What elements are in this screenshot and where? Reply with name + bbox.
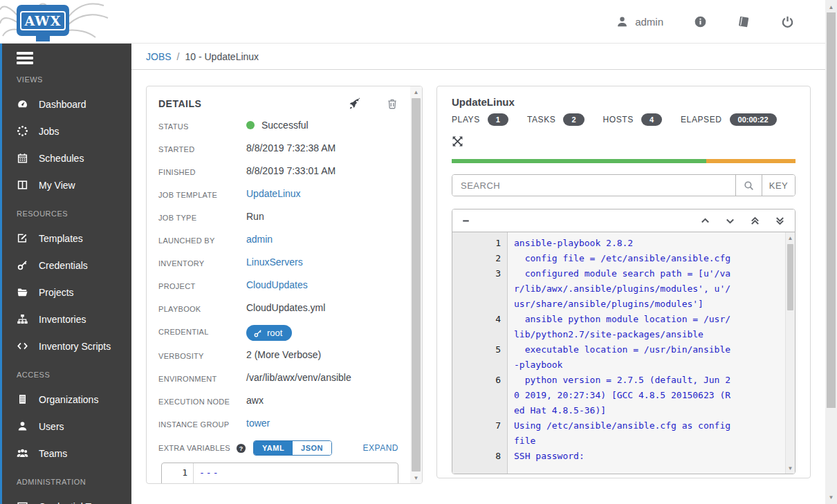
- progress-warning: [706, 159, 795, 163]
- sidebar-item-dashboard[interactable]: Dashboard: [2, 91, 131, 118]
- yaml-toggle-button[interactable]: YAML: [254, 441, 293, 455]
- sidebar-item-organizations[interactable]: Organizations: [2, 386, 131, 413]
- fullscreen-expand-icon[interactable]: [452, 136, 463, 147]
- dashboard-icon: [17, 98, 28, 110]
- scroll-down-arrow[interactable]: ▼: [786, 463, 795, 474]
- sidebar-item-inventories[interactable]: Inventories: [2, 306, 131, 333]
- sidebar-item-label: Users: [39, 421, 64, 432]
- sidebar-item-users[interactable]: Users: [2, 413, 131, 440]
- stat-badge: 00:00:22: [730, 113, 777, 126]
- detail-row-inventory: INVENTORYLinuxServers: [158, 256, 398, 271]
- scroll-thumb[interactable]: [787, 244, 793, 310]
- top-header: AWX admin: [0, 0, 825, 44]
- sidebar-item-teams[interactable]: Teams: [2, 440, 131, 467]
- sidebar-item-projects[interactable]: Projects: [2, 279, 131, 306]
- detail-label: JOB TYPE: [158, 211, 246, 222]
- stat-hosts: HOSTS4: [603, 113, 662, 126]
- console-line-3: 3 configured module search path = [u'/va…: [452, 266, 795, 312]
- users-icon: [17, 420, 28, 432]
- admin-link[interactable]: admin: [246, 234, 273, 245]
- info-icon[interactable]: [694, 15, 707, 28]
- scroll-bottom-icon[interactable]: [775, 216, 785, 226]
- detail-value-status: Successful: [246, 120, 309, 131]
- awx-logo[interactable]: AWX: [0, 0, 111, 44]
- detail-label: STARTED: [158, 142, 246, 153]
- power-logout-icon[interactable]: [781, 15, 794, 28]
- output-search: KEY: [452, 174, 795, 196]
- sidebar-item-templates[interactable]: Templates: [2, 225, 131, 252]
- detail-row-instance-group: INSTANCE GROUPtower: [158, 418, 398, 432]
- details-scrollbar[interactable]: ▲ ▼: [410, 86, 422, 483]
- console-scrollbar[interactable]: ▲ ▼: [785, 232, 795, 474]
- breadcrumb-current: 10 - UpdateLinux: [185, 51, 259, 62]
- sidebar-item-inventory-scripts[interactable]: Inventory Scripts: [2, 333, 131, 360]
- expand-variables-link[interactable]: EXPAND: [363, 443, 398, 453]
- sidebar-item-my-view[interactable]: My View: [2, 171, 131, 198]
- scroll-next-icon[interactable]: [725, 216, 735, 226]
- menu-toggle-icon[interactable]: [17, 52, 33, 64]
- line-number: 6: [452, 373, 508, 418]
- console-line-6: 6 python version = 2.7.5 (default, Jun 2…: [452, 373, 795, 418]
- sidebar-item-schedules[interactable]: Schedules: [2, 144, 131, 171]
- console-line-4: 4 ansible python module location = /usr/…: [452, 312, 795, 342]
- tower-link[interactable]: tower: [246, 418, 270, 429]
- updatelinux-link[interactable]: UpdateLinux: [246, 188, 301, 199]
- delete-trash-icon[interactable]: [386, 97, 398, 110]
- scroll-top-icon[interactable]: [750, 216, 760, 226]
- status-success-dot: [246, 121, 255, 129]
- detail-value-job-type: Run: [246, 211, 264, 222]
- scroll-down-arrow[interactable]: ▼: [410, 472, 422, 483]
- scroll-up-arrow[interactable]: ▲: [410, 86, 422, 97]
- collapse-minus-icon[interactable]: [462, 216, 471, 225]
- sidebar-item-jobs[interactable]: Jobs: [2, 118, 131, 144]
- scroll-thumb[interactable]: [412, 98, 421, 472]
- credential-chip[interactable]: root: [246, 325, 292, 341]
- detail-row-playbook: PLAYBOOKCloudUpdates.yml: [158, 302, 398, 317]
- credential-types-icon: [17, 501, 28, 504]
- sidebar-item-credentials[interactable]: Credentials: [2, 252, 131, 279]
- detail-row-launched-by: LAUNCHED BYadmin: [158, 234, 398, 248]
- search-button[interactable]: [735, 175, 762, 196]
- console-line-1: 1ansible-playbook 2.8.2: [452, 236, 795, 251]
- cloudupdates-link[interactable]: CloudUpdates: [246, 279, 308, 290]
- linuxservers-link[interactable]: LinuxServers: [246, 256, 303, 268]
- scroll-up-arrow[interactable]: ▲: [825, 1, 837, 12]
- relaunch-rocket-icon[interactable]: [349, 97, 361, 110]
- stat-label: ELAPSED: [681, 115, 722, 124]
- extra-variables-editor[interactable]: 1 ---: [161, 463, 398, 484]
- line-text: executable location = /usr/bin/ansible-p…: [508, 342, 733, 373]
- logo-text: AWX: [20, 11, 66, 30]
- json-toggle-button[interactable]: JSON: [293, 441, 331, 455]
- scroll-thumb[interactable]: [827, 12, 836, 408]
- line-text: Using /etc/ansible/ansible.cfg as config…: [508, 418, 733, 449]
- detail-row-status: STATUSSuccessful: [158, 120, 398, 134]
- help-question-icon[interactable]: ?: [236, 443, 246, 454]
- username: admin: [635, 16, 663, 28]
- docs-book-icon[interactable]: [737, 15, 751, 28]
- scroll-down-arrow[interactable]: ▼: [825, 492, 837, 503]
- job-progress-bar: [452, 159, 795, 163]
- detail-row-job-template: JOB TEMPLATEUpdateLinux: [158, 188, 398, 203]
- scroll-previous-icon[interactable]: [700, 216, 710, 226]
- detail-row-credential: CREDENTIALroot: [158, 325, 398, 341]
- breadcrumb: JOBS / 10 - UpdateLinux: [131, 44, 825, 70]
- key-button[interactable]: KEY: [762, 175, 795, 196]
- detail-row-finished: FINISHED8/8/2019 7:33:01 AM: [158, 165, 398, 180]
- stat-badge: 1: [488, 113, 508, 126]
- stat-badge: 2: [563, 113, 584, 126]
- breadcrumb-jobs-link[interactable]: JOBS: [146, 51, 172, 62]
- extra-variables-row: EXTRA VARIABLES ? YAML JSON EXPAND: [158, 440, 398, 456]
- sidebar-item-label: My View: [39, 180, 75, 191]
- sidebar-section-administration: ADMINISTRATION: [17, 478, 131, 486]
- page-scrollbar[interactable]: ▲ ▼: [825, 0, 837, 504]
- console-line-2: 2 config file = /etc/ansible/ansible.cfg: [452, 251, 795, 266]
- inventory-scripts-icon: [17, 340, 28, 352]
- scroll-up-arrow[interactable]: ▲: [786, 232, 795, 243]
- teams-icon: [17, 447, 28, 459]
- editor-content: ---: [194, 463, 219, 484]
- stat-label: TASKS: [527, 115, 555, 124]
- search-input[interactable]: [452, 175, 735, 196]
- line-text: config file = /etc/ansible/ansible.cfg: [508, 251, 730, 266]
- sidebar-item-credential-types[interactable]: Credential Types: [2, 493, 131, 504]
- user-menu[interactable]: admin: [616, 15, 663, 28]
